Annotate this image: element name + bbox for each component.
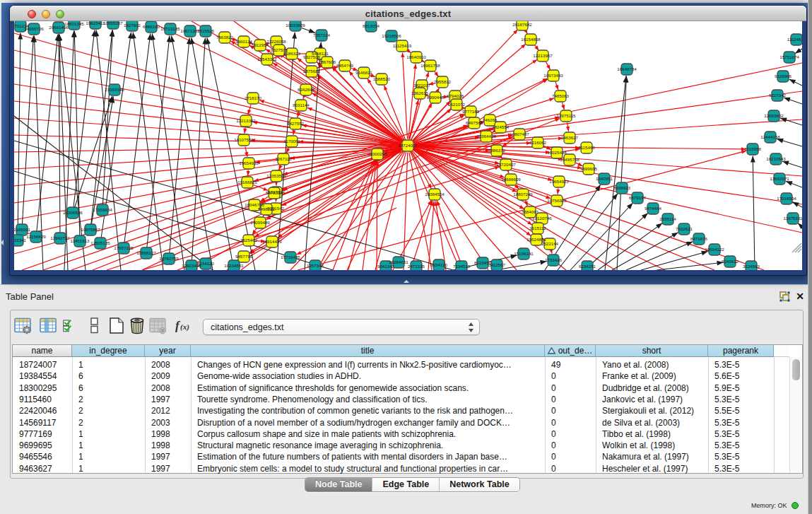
new-table-icon[interactable] [108, 317, 125, 334]
cell-out_de: 0 [545, 440, 596, 451]
graph-node-label: 3215958 [744, 146, 762, 151]
cell-short: Jankovic et al. (1997) [596, 394, 708, 405]
table-row[interactable]: 1938455462009Genome‑wide association stu… [13, 370, 787, 382]
column-header-title[interactable]: title [191, 345, 545, 357]
graph-edge[interactable] [657, 262, 724, 270]
show-columns-icon[interactable] [40, 317, 59, 334]
graph-edge[interactable] [753, 156, 755, 271]
graph-edge[interactable] [192, 38, 205, 267]
citation-graph: 7731234140557262069140618821345196234111… [14, 21, 802, 270]
table-row[interactable]: 946362711997Embryonic stem cells: a mode… [13, 463, 787, 474]
cell-year: 1997 [145, 451, 191, 462]
table-scrollbar[interactable] [789, 357, 801, 473]
canvas-resize-grip[interactable] [792, 243, 801, 252]
cell-out_de: 0 [545, 428, 596, 440]
table-panel-titlebar: Table Panel ✕ [0, 285, 808, 306]
graph-node-label: 7357224 [313, 33, 331, 37]
cell-pagerank: 5.3E-5 [708, 394, 774, 405]
graph-edge[interactable] [73, 30, 95, 213]
table-row[interactable]: 1872400712008Changes of HCN gene express… [13, 359, 787, 370]
graph-node-label: 16107553 [234, 137, 254, 142]
network-canvas[interactable]: 7731234140557262069140618821345196234111… [14, 21, 802, 270]
graph-node-label: 1257343 [307, 263, 324, 268]
graph-node-label: 9227342 [769, 93, 787, 98]
tab-network-table[interactable]: Network Table [440, 478, 519, 491]
graph-node-label: 17359934 [93, 207, 112, 212]
graph-edge[interactable] [363, 160, 377, 270]
selected-network-name: citations_edges.txt [211, 322, 284, 332]
cell-name: 9115460 [13, 394, 72, 405]
row-height-icon[interactable] [86, 317, 103, 334]
graph-edge[interactable] [377, 161, 377, 271]
graph-edge[interactable] [172, 35, 213, 270]
new-column-icon[interactable] [63, 317, 76, 334]
edge-arrowhead-icon [789, 79, 796, 84]
tab-node-table[interactable]: Node Table [305, 478, 372, 491]
cell-year: 2003 [145, 417, 191, 428]
graph-node-label: 9699695 [580, 166, 598, 171]
network-table-selector[interactable]: citations_edges.txt [203, 319, 480, 335]
table-row[interactable]: 946554611997Estimation of the future num… [13, 451, 787, 462]
graph-node-label: 6679197 [629, 195, 647, 200]
import-table-icon[interactable] [149, 317, 168, 334]
split-divider-collapse-icon[interactable] [404, 280, 409, 283]
svg-text:(x): (x) [180, 322, 189, 332]
float-window-icon[interactable] [779, 291, 790, 302]
left-split-collapse-icon[interactable] [1, 240, 4, 245]
node-table[interactable]: namein_degreeyeartitleout_de…shortpagera… [12, 344, 803, 474]
column-header-short[interactable]: short [596, 345, 708, 357]
edge-arrowhead-icon [782, 160, 789, 165]
graph-node-label: 6794028 [447, 93, 464, 98]
tab-edge-table[interactable]: Edge Table [372, 478, 440, 491]
graph-edge[interactable] [169, 38, 189, 259]
cell-in_degree: 2 [72, 394, 145, 405]
cell-out_de: 0 [545, 451, 596, 462]
table-row[interactable]: 1830029562008Estimation of significance … [13, 382, 787, 394]
graph-node-label: 12505135 [90, 240, 110, 245]
graph-edge[interactable] [90, 30, 112, 230]
graph-edge[interactable] [404, 153, 408, 271]
graph-node-label: 2718170 [245, 95, 262, 100]
close-panel-icon[interactable]: ✕ [794, 291, 806, 302]
column-header-name[interactable]: name [13, 345, 72, 357]
table-row[interactable]: 969969511998Structural magnetic resonanc… [13, 440, 787, 451]
graph-edge[interactable] [403, 53, 408, 139]
graph-node-label: 19623411 [86, 21, 105, 25]
edge-arrowhead-icon [434, 72, 438, 77]
graph-edge[interactable] [18, 33, 20, 241]
graph-node-label: 18640910 [406, 54, 426, 59]
cell-out_de: 0 [545, 394, 596, 405]
table-row[interactable]: 911546021997Tourette syndrome. Phenomeno… [13, 394, 787, 405]
graph-node-label: 8031144 [293, 103, 310, 107]
graph-edge[interactable] [317, 160, 375, 270]
edge-arrowhead-icon [780, 118, 787, 122]
cell-year: 2008 [145, 382, 191, 394]
network-window[interactable]: citations_edges.txt 77312341405572620691… [10, 6, 806, 275]
column-header-in_degree[interactable]: in_degree [72, 345, 145, 357]
scrollbar-thumb[interactable] [792, 359, 800, 380]
graph-edge[interactable] [411, 151, 488, 270]
network-window-titlebar[interactable]: citations_edges.txt [10, 6, 806, 21]
graph-edge[interactable] [413, 149, 532, 225]
memory-status-indicator [792, 502, 799, 509]
graph-node-label: 2185001 [14, 227, 31, 232]
table-row[interactable]: 2242004622012Investigating the contribut… [13, 405, 787, 416]
column-header-year[interactable]: year [145, 345, 191, 357]
graph-edge[interactable] [14, 135, 401, 146]
graph-node-label: 13692971 [770, 176, 789, 181]
edge-arrowhead-icon [534, 46, 539, 51]
delete-table-icon[interactable] [129, 317, 146, 334]
graph-edge[interactable] [146, 35, 170, 253]
table-row[interactable]: 977716911998Corpus callosum shape and si… [13, 428, 787, 440]
graph-node-label: 11451913 [70, 238, 90, 243]
column-header-pagerank[interactable]: pagerank [708, 345, 774, 357]
column-header-out_de[interactable]: out_de… [545, 345, 596, 357]
table-row[interactable]: 1456911722003Disruption of a novel membe… [13, 417, 787, 428]
graph-edge[interactable] [617, 76, 627, 271]
graph-node-label: 2522144 [541, 241, 559, 246]
table-settings-icon[interactable] [14, 317, 33, 334]
cell-in_degree: 1 [72, 451, 145, 462]
graph-edge[interactable] [14, 118, 401, 145]
table-tabs: Node TableEdge TableNetwork Table [305, 477, 520, 492]
function-builder-icon[interactable]: f (x) [175, 317, 192, 334]
